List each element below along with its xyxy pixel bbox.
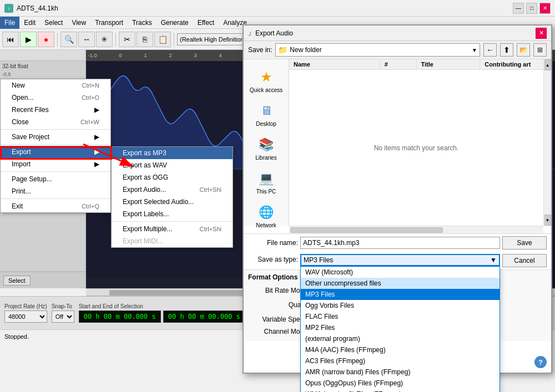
menu-tracks[interactable]: Tracks bbox=[128, 17, 157, 29]
menu-open[interactable]: Open...Ctrl+O bbox=[1, 91, 110, 104]
status-text: Stopped. bbox=[4, 333, 29, 340]
menu-generate[interactable]: Generate bbox=[157, 17, 193, 29]
zoom-in-btn[interactable]: 🔍 bbox=[60, 32, 77, 47]
cut-btn[interactable]: ✂ bbox=[119, 32, 135, 47]
sidebar-desktop[interactable]: 🖥 Desktop bbox=[246, 98, 287, 130]
filename-row: File name: Save bbox=[244, 233, 551, 252]
nav-back-btn[interactable]: ← bbox=[483, 43, 497, 57]
dialog-title-content: ♪ Export Audio bbox=[248, 29, 293, 38]
menu-print[interactable]: Print... bbox=[1, 185, 110, 197]
savetype-wma[interactable]: WMA (version 2) Files (FFmpeg) bbox=[301, 389, 500, 392]
scroll-up-btn[interactable]: ▲ bbox=[544, 59, 551, 70]
savetype-arrow: ▼ bbox=[490, 256, 497, 264]
export-submenu: Export as MP3 Export as WAV Export as OG… bbox=[111, 146, 233, 248]
copy-btn[interactable]: ⎘ bbox=[137, 32, 153, 47]
submenu-export-multiple[interactable]: Export Multiple...Ctrl+Shi bbox=[112, 223, 233, 235]
dialog-close-btn[interactable]: ✕ bbox=[536, 28, 547, 39]
menu-file[interactable]: File bbox=[0, 17, 19, 29]
submenu-export-midi: Export MIDI... bbox=[112, 235, 233, 247]
menu-view[interactable]: View bbox=[67, 17, 90, 29]
scroll-down-btn[interactable]: ▼ bbox=[544, 215, 551, 226]
savetype-mp3[interactable]: MP3 Files bbox=[301, 289, 500, 300]
select-tool-btn[interactable]: Select bbox=[3, 276, 31, 286]
savetype-combo[interactable]: MP3 Files ▼ bbox=[300, 254, 500, 266]
file-list: Name # Title Contributing art No items m… bbox=[289, 59, 543, 226]
submenu-export-mp3[interactable]: Export as MP3 bbox=[112, 147, 233, 159]
savetype-other-uncompressed[interactable]: Other uncompressed files bbox=[301, 278, 500, 289]
close-button[interactable]: ✕ bbox=[539, 3, 551, 14]
time-display-2[interactable]: 00 h 00 m 00.000 s bbox=[163, 310, 245, 323]
maximize-button[interactable]: □ bbox=[526, 3, 537, 14]
sub-sep bbox=[112, 221, 233, 222]
savetype-value: MP3 Files bbox=[304, 256, 333, 264]
submenu-export-audio[interactable]: Export Audio...Ctrl+Shi bbox=[112, 184, 233, 196]
menu-page-setup[interactable]: Page Setup... bbox=[1, 173, 110, 185]
savetype-dropdown: WAV (Microsoft) Other uncompressed files… bbox=[300, 266, 500, 392]
dialog-scroll-thumb[interactable] bbox=[290, 227, 443, 233]
submenu-export-wav[interactable]: Export as WAV bbox=[112, 159, 233, 171]
savetype-amr[interactable]: AMR (narrow band) Files (FFmpeg) bbox=[301, 366, 500, 378]
savetype-opus[interactable]: Opus (OggOpus) Files (FFmpeg) bbox=[301, 378, 500, 389]
v-scrollbar[interactable]: ▲ ▼ bbox=[543, 59, 551, 226]
savetype-label: Save as type: bbox=[248, 254, 298, 263]
snap-to-label: Snap-To bbox=[52, 303, 74, 309]
time-display-1[interactable]: 00 h 00 m 00.000 s bbox=[79, 310, 161, 323]
nav-up-btn[interactable]: ⬆ bbox=[500, 43, 513, 57]
project-rate-select[interactable]: 48000 bbox=[4, 310, 47, 323]
menu-import[interactable]: Import▶ bbox=[1, 158, 110, 170]
savetype-mp2[interactable]: MP2 Files bbox=[301, 322, 500, 333]
menu-edit[interactable]: Edit bbox=[19, 17, 40, 29]
savetype-flac[interactable]: FLAC Files bbox=[301, 311, 500, 322]
savetype-external[interactable]: (external program) bbox=[301, 333, 500, 344]
menu-close[interactable]: CloseCtrl+W bbox=[1, 116, 110, 128]
export-arrow: ▶ bbox=[94, 148, 99, 156]
project-rate-label: Project Rate (Hz) bbox=[4, 303, 47, 309]
file-list-empty: No items match your search. bbox=[289, 70, 543, 226]
save-btn[interactable]: Save bbox=[502, 236, 547, 250]
savetype-m4a[interactable]: M4A (AAC) Files (FFmpeg) bbox=[301, 344, 500, 355]
sep-1 bbox=[1, 129, 110, 130]
cancel-btn[interactable]: Cancel bbox=[502, 254, 547, 267]
filename-input[interactable] bbox=[300, 237, 500, 249]
submenu-export-ogg[interactable]: Export as OGG bbox=[112, 171, 233, 184]
folder-combo[interactable]: 📁 New folder ▼ bbox=[275, 43, 480, 57]
savetype-ac3[interactable]: AC3 Files (FFmpeg) bbox=[301, 355, 500, 366]
snap-to-box: Snap-To Off bbox=[52, 303, 74, 323]
app-title: ADTS_44.1kh bbox=[17, 4, 58, 12]
menu-export[interactable]: Export ▶ bbox=[1, 146, 110, 158]
menu-save-project[interactable]: Save Project▶ bbox=[1, 131, 110, 143]
menu-new[interactable]: NewCtrl+N bbox=[1, 79, 110, 91]
network-label: Network bbox=[256, 222, 276, 228]
help-btn[interactable]: ? bbox=[534, 356, 547, 368]
menu-effect[interactable]: Effect bbox=[193, 17, 219, 29]
dialog-h-scrollbar[interactable] bbox=[289, 226, 543, 233]
minimize-button[interactable]: — bbox=[513, 3, 524, 14]
record-btn[interactable]: ● bbox=[38, 32, 54, 47]
menu-recent[interactable]: Recent Files▶ bbox=[1, 104, 110, 116]
sidebar-quick-access[interactable]: ★ Quick access bbox=[246, 64, 287, 96]
export-label: Export bbox=[12, 148, 31, 156]
paste-btn[interactable]: 📋 bbox=[154, 32, 171, 47]
submenu-export-labels[interactable]: Export Labels... bbox=[112, 208, 233, 220]
sidebar-this-pc[interactable]: 💻 This PC bbox=[246, 165, 287, 198]
multi-btn[interactable]: ✳ bbox=[96, 32, 113, 47]
play-btn[interactable]: ▶ bbox=[20, 32, 37, 47]
sidebar-network[interactable]: 🌐 Network bbox=[246, 199, 287, 232]
view-toggle-btn[interactable]: ⊞ bbox=[533, 43, 547, 57]
move-btn[interactable]: ↔ bbox=[78, 32, 95, 47]
snap-to-select[interactable]: Off bbox=[52, 310, 74, 323]
sidebar-libraries[interactable]: 📚 Libraries bbox=[246, 131, 287, 164]
savetype-ogg[interactable]: Ogg Vorbis Files bbox=[301, 300, 500, 311]
savetype-row: Save as type: MP3 Files ▼ WAV (Microsoft… bbox=[244, 252, 551, 269]
submenu-export-selected[interactable]: Export Selected Audio... bbox=[112, 196, 233, 208]
menu-exit[interactable]: ExitCtrl+Q bbox=[1, 200, 110, 212]
file-list-header: Name # Title Contributing art bbox=[289, 59, 543, 70]
col-title: Title bbox=[417, 59, 481, 69]
export-dialog: ♪ Export Audio ✕ Save in: 📁 New folder ▼… bbox=[243, 24, 552, 374]
savetype-wav[interactable]: WAV (Microsoft) bbox=[301, 267, 500, 278]
skip-start-btn[interactable]: ⏮ bbox=[2, 32, 19, 47]
new-folder-btn[interactable]: 📂 bbox=[517, 43, 530, 57]
sep2 bbox=[115, 33, 116, 46]
menu-select[interactable]: Select bbox=[40, 17, 67, 29]
menu-transport[interactable]: Transport bbox=[90, 17, 128, 29]
